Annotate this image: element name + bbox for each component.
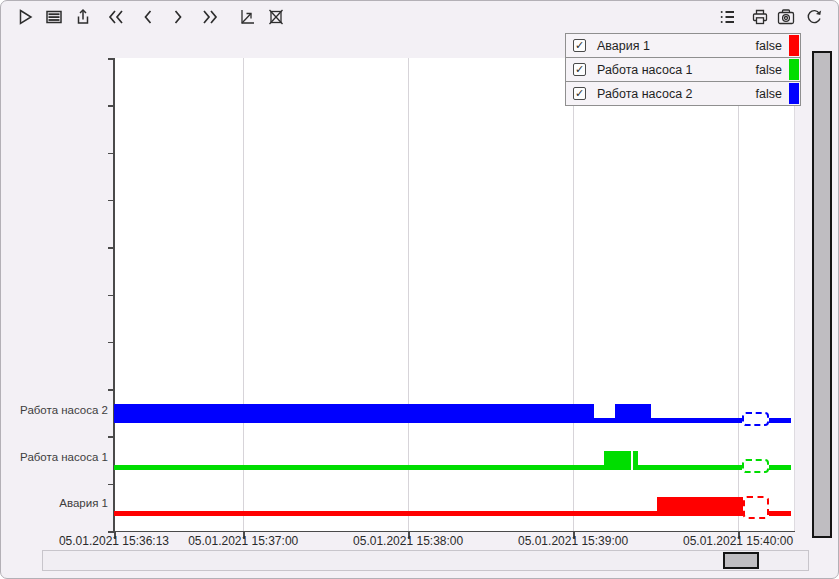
series-axis-label: Авария 1 (1, 497, 108, 509)
legend-color-swatch (789, 83, 799, 104)
play-button[interactable] (12, 4, 38, 30)
legend-row[interactable]: ✓ Работа насоса 1 false (565, 57, 801, 82)
trace-segment (114, 511, 657, 516)
y-axis-tick (108, 153, 114, 155)
auto-scale-button[interactable] (234, 4, 260, 30)
step-forward-icon (168, 7, 188, 27)
x-tick-label: 05.01.2021 15:40:00 (663, 534, 813, 548)
horizontal-scrollbar-thumb[interactable] (723, 552, 759, 569)
refresh-button[interactable] (801, 4, 827, 30)
play-icon (15, 7, 35, 27)
legend-checkbox[interactable]: ✓ (573, 39, 586, 52)
y-axis-tick (108, 200, 114, 202)
y-axis-tick (108, 389, 114, 391)
y-axis-tick (108, 436, 114, 438)
trace-segment (114, 404, 594, 423)
y-axis-tick (108, 58, 114, 60)
trace-segment (769, 418, 791, 423)
fast-backward-button[interactable] (103, 4, 129, 30)
camera-icon (775, 7, 797, 27)
legend-checkbox[interactable]: ✓ (573, 87, 586, 100)
auto-scale-icon (237, 7, 257, 27)
fast-forward-button[interactable] (197, 4, 223, 30)
trace-segment (638, 465, 742, 470)
trace-segment (114, 465, 604, 470)
legend-toggle-button[interactable] (714, 4, 740, 30)
trace-segment (594, 418, 615, 423)
x-tick-label: 05.01.2021 15:39:00 (498, 534, 648, 548)
trace-gap-marker (742, 459, 769, 473)
legend-list-icon (717, 7, 737, 27)
y-axis-tick (108, 342, 114, 344)
trace-segment (615, 404, 651, 423)
legend-row[interactable]: ✓ Авария 1 false (565, 33, 801, 58)
legend-row[interactable]: ✓ Работа насоса 2 false (565, 81, 801, 106)
legend-series-value: false (756, 87, 782, 101)
series-axis-label: Работа насоса 1 (1, 451, 108, 463)
horizontal-scrollbar-track[interactable] (42, 550, 809, 571)
step-backward-icon (138, 7, 158, 27)
print-icon (750, 7, 770, 27)
y-axis-tick (108, 484, 114, 486)
vertical-gridline (738, 58, 739, 531)
legend-series-value: false (756, 63, 782, 77)
trace-gap-marker (743, 496, 769, 519)
export-icon (73, 7, 93, 27)
plot-area[interactable] (114, 58, 795, 531)
vertical-gridline (573, 58, 574, 531)
fast-backward-icon (105, 7, 127, 27)
trace-segment (769, 465, 791, 470)
trace-segment (604, 451, 631, 470)
x-tick-label: 05.01.2021 15:38:00 (333, 534, 483, 548)
legend-color-swatch (789, 35, 799, 56)
step-backward-button[interactable] (135, 4, 161, 30)
legend: ✓ Авария 1 false ✓ Работа насоса 1 false… (565, 33, 801, 106)
y-axis-tick (108, 247, 114, 249)
y-axis-tick (108, 531, 114, 533)
trace-segment (651, 418, 742, 423)
export-button[interactable] (70, 4, 96, 30)
vertical-scrollbar-thumb[interactable] (812, 51, 832, 538)
series-axis-label: Работа насоса 2 (1, 404, 108, 416)
legend-series-value: false (756, 39, 782, 53)
vertical-gridline (408, 58, 409, 531)
x-tick-label: 05.01.2021 15:36:13 (39, 534, 189, 548)
trace-gap-marker (742, 412, 769, 426)
legend-checkbox[interactable]: ✓ (573, 63, 586, 76)
legend-color-swatch (789, 59, 799, 80)
fast-forward-icon (199, 7, 221, 27)
trace-segment (769, 511, 791, 516)
trace-segment (657, 497, 743, 516)
y-axis-tick (108, 295, 114, 297)
auto-scale-off-icon (266, 7, 286, 27)
table-icon (44, 7, 64, 27)
auto-scale-off-button[interactable] (263, 4, 289, 30)
x-axis-line (108, 531, 795, 533)
step-forward-button[interactable] (165, 4, 191, 30)
screenshot-button[interactable] (773, 4, 799, 30)
legend-series-name: Работа насоса 1 (597, 63, 693, 77)
legend-series-name: Авария 1 (597, 39, 650, 53)
legend-series-name: Работа насоса 2 (597, 87, 693, 101)
x-tick-label: 05.01.2021 15:37:00 (168, 534, 318, 548)
vertical-gridline (243, 58, 244, 531)
refresh-icon (803, 7, 825, 27)
table-view-button[interactable] (41, 4, 67, 30)
y-axis-tick (108, 105, 114, 107)
print-button[interactable] (747, 4, 773, 30)
trend-viewer-window: 05.01.2021 15:36:1305.01.2021 15:37:0005… (0, 0, 839, 579)
